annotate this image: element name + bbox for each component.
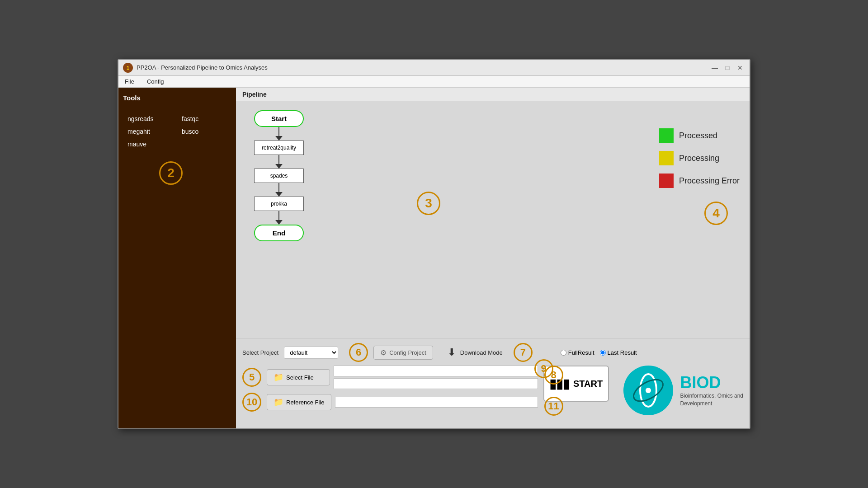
- svg-point-2: [646, 388, 651, 393]
- biod-subtitle: Bioinformatics, Omics andDevelopment: [680, 392, 743, 408]
- node-spades[interactable]: spades: [254, 169, 304, 183]
- processed-color-swatch: [659, 128, 674, 143]
- flow-end-node: End: [254, 225, 304, 241]
- arrow-line-1: [278, 127, 279, 136]
- file-inputs: 8: [334, 366, 538, 389]
- arrow-down-3: [275, 192, 283, 197]
- biod-text: BIOD Bioinformatics, Omics andDevelopmen…: [680, 373, 743, 408]
- file-inputs-area: 5 📁 Select File 8: [242, 366, 538, 412]
- select-project-label: Select Project: [242, 349, 278, 356]
- fullresult-radio-label[interactable]: FullResult: [561, 349, 594, 356]
- download-section: ⬇ Download Mode 7: [448, 343, 533, 362]
- tool-fastqc[interactable]: fastqc: [182, 115, 227, 122]
- arrow-line-2: [278, 155, 279, 164]
- tool-busco[interactable]: busco: [182, 128, 227, 135]
- legend-processing-error-label: Processing Error: [679, 176, 740, 186]
- tool-megahit[interactable]: megahit: [127, 128, 173, 135]
- badge-3: 3: [417, 192, 440, 215]
- content-area: Tools ngsreads fastqc megahit busco mauv…: [118, 88, 750, 428]
- tool-ngsreads[interactable]: ngsreads: [127, 115, 173, 122]
- flow-area: Start retreat2quality spades: [236, 101, 650, 338]
- sidebar: Tools ngsreads fastqc megahit busco mauv…: [118, 88, 236, 428]
- file-input-2[interactable]: [334, 378, 538, 389]
- legend-processing-error: Processing Error: [659, 174, 741, 188]
- tools-label: Tools: [123, 94, 231, 102]
- title-bar: 1 PP2OA - Personalized Pipeline to Omics…: [118, 60, 750, 76]
- menu-config[interactable]: Config: [144, 77, 167, 86]
- maximize-button[interactable]: □: [722, 63, 732, 73]
- end-node[interactable]: End: [254, 225, 304, 241]
- top-controls: Select Project default 6 ⚙ Config Projec…: [242, 343, 743, 362]
- minimize-button[interactable]: —: [710, 63, 720, 73]
- start-node[interactable]: Start: [254, 110, 304, 127]
- flow-start-node: Start: [254, 110, 304, 141]
- lastresult-radio-label[interactable]: Last Result: [600, 349, 637, 356]
- file-input-1[interactable]: [334, 366, 538, 376]
- download-cloud-icon: ⬇: [448, 347, 456, 358]
- window-title: PP2OA - Personalized Pipeline to Omics A…: [137, 64, 268, 71]
- select-file-row: 5 📁 Select File 8: [242, 366, 538, 389]
- node-retreat2quality[interactable]: retreat2quality: [254, 141, 304, 155]
- menu-file[interactable]: File: [122, 77, 137, 86]
- folder-ref-icon: 📁: [274, 397, 283, 407]
- node-prokka[interactable]: prokka: [254, 197, 304, 211]
- flow-node-prokka: prokka: [254, 197, 304, 225]
- main-area: Pipeline Start retreat2quality: [236, 88, 750, 428]
- dna-icon: [630, 372, 666, 408]
- flow-node-spades: spades: [254, 169, 304, 197]
- pipeline-header: Pipeline: [236, 88, 750, 101]
- pipeline-content: Start retreat2quality spades: [236, 101, 750, 338]
- badge-10: 10: [242, 393, 261, 412]
- legend-processing: Processing: [659, 151, 741, 165]
- legend-processing-label: Processing: [679, 154, 719, 163]
- reference-file-button[interactable]: 📁 Reference File: [267, 394, 331, 410]
- window-controls: — □ ✕: [710, 63, 745, 73]
- badge-9: 9: [534, 359, 553, 378]
- arrow-down-4: [275, 220, 283, 225]
- radio-group: FullResult Last Result: [561, 349, 637, 356]
- ref-file-input-1[interactable]: [335, 397, 538, 408]
- badge-5: 5: [242, 368, 261, 387]
- processing-error-color-swatch: [659, 174, 674, 188]
- app-icon: 1: [123, 63, 133, 73]
- config-project-button[interactable]: ⚙ Config Project: [373, 346, 433, 360]
- arrow-line-4: [278, 211, 279, 220]
- badge-4: 4: [704, 202, 728, 225]
- biod-circle: [623, 366, 673, 415]
- flow-node-retreat2quality: retreat2quality: [254, 141, 304, 169]
- legend-processed: Processed: [659, 128, 741, 143]
- badge-6: 6: [349, 343, 368, 362]
- badge-2: 2: [159, 161, 183, 185]
- legend-area: Processed Processing Processing Error: [650, 101, 750, 338]
- file-row: 5 📁 Select File 8: [242, 366, 743, 424]
- folder-icon: 📁: [274, 372, 283, 382]
- biod-title: BIOD: [680, 373, 743, 392]
- arrow-down-2: [275, 164, 283, 169]
- biod-logo: BIOD Bioinformatics, Omics andDevelopmen…: [623, 366, 743, 415]
- select-file-button[interactable]: 📁 Select File: [267, 369, 330, 385]
- badge-7: 7: [514, 343, 533, 362]
- download-mode-label: Download Mode: [460, 349, 503, 356]
- tools-grid: ngsreads fastqc megahit busco mauve: [123, 111, 231, 152]
- reference-file-row: 10 📁 Reference File 11: [242, 393, 538, 412]
- gear-icon: ⚙: [380, 348, 387, 357]
- badge-11: 11: [544, 397, 563, 416]
- arrow-down-1: [275, 136, 283, 141]
- lastresult-radio[interactable]: [600, 350, 606, 356]
- close-button[interactable]: ✕: [735, 63, 745, 73]
- processing-color-swatch: [659, 151, 674, 165]
- arrow-line-3: [278, 183, 279, 192]
- tool-mauve[interactable]: mauve: [127, 141, 173, 148]
- fullresult-radio[interactable]: [561, 350, 566, 356]
- reference-file-inputs: 11: [335, 397, 538, 408]
- legend-processed-label: Processed: [679, 131, 717, 141]
- menu-bar: File Config: [118, 76, 750, 88]
- project-select[interactable]: default: [284, 347, 338, 359]
